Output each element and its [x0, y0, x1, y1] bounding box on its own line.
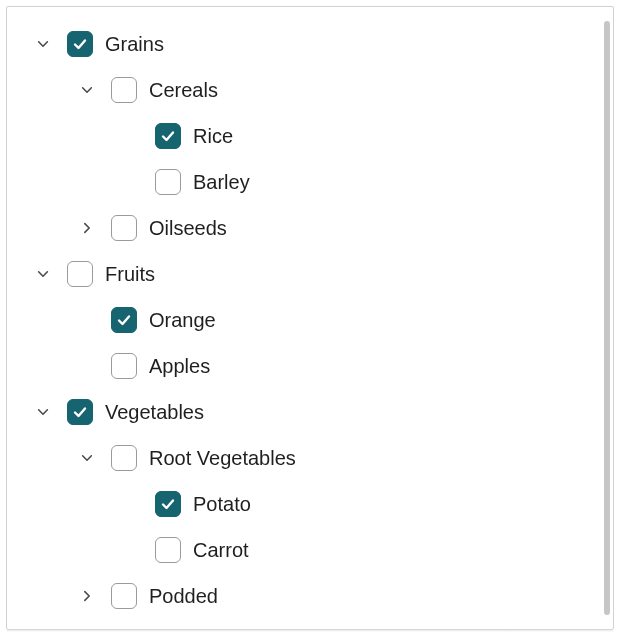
tree-label: Rice — [193, 126, 233, 146]
tree-panel: Grains Cereals — [6, 6, 614, 630]
checkbox-apples[interactable] — [111, 353, 137, 379]
chevron-down-icon[interactable] — [75, 446, 99, 470]
tree-label: Apples — [149, 356, 210, 376]
tree-label: Carrot — [193, 540, 249, 560]
tree-node-carrot[interactable]: Carrot — [95, 527, 599, 573]
tree-node-potato[interactable]: Potato — [95, 481, 599, 527]
tree-node-cereals[interactable]: Cereals — [51, 67, 599, 113]
checkbox-podded[interactable] — [111, 583, 137, 609]
tree-label: Orange — [149, 310, 216, 330]
tree-node-podded[interactable]: Podded — [51, 573, 599, 619]
chevron-right-icon[interactable] — [75, 584, 99, 608]
checkbox-tree: Grains Cereals — [7, 13, 599, 619]
tree-node-fruits[interactable]: Fruits — [7, 251, 599, 297]
checkbox-orange[interactable] — [111, 307, 137, 333]
checkbox-barley[interactable] — [155, 169, 181, 195]
tree-label: Fruits — [105, 264, 155, 284]
tree-label: Podded — [149, 586, 218, 606]
chevron-down-icon[interactable] — [31, 400, 55, 424]
checkbox-rice[interactable] — [155, 123, 181, 149]
checkbox-fruits[interactable] — [67, 261, 93, 287]
tree-node-vegetables[interactable]: Vegetables — [7, 389, 599, 435]
checkbox-root-vegetables[interactable] — [111, 445, 137, 471]
chevron-down-icon[interactable] — [31, 262, 55, 286]
tree-node-root-vegetables[interactable]: Root Vegetables — [51, 435, 599, 481]
tree-label: Root Vegetables — [149, 448, 296, 468]
tree-node-rice[interactable]: Rice — [95, 113, 599, 159]
tree-label: Grains — [105, 34, 164, 54]
checkbox-oilseeds[interactable] — [111, 215, 137, 241]
tree-label: Oilseeds — [149, 218, 227, 238]
chevron-right-icon[interactable] — [75, 216, 99, 240]
tree-label: Vegetables — [105, 402, 204, 422]
tree-label: Barley — [193, 172, 250, 192]
checkbox-vegetables[interactable] — [67, 399, 93, 425]
tree-node-grains[interactable]: Grains — [7, 21, 599, 67]
tree-node-apples[interactable]: Apples — [51, 343, 599, 389]
chevron-down-icon[interactable] — [75, 78, 99, 102]
checkbox-potato[interactable] — [155, 491, 181, 517]
tree-node-oilseeds[interactable]: Oilseeds — [51, 205, 599, 251]
checkbox-cereals[interactable] — [111, 77, 137, 103]
checkbox-carrot[interactable] — [155, 537, 181, 563]
checkbox-grains[interactable] — [67, 31, 93, 57]
tree-node-orange[interactable]: Orange — [51, 297, 599, 343]
tree-label: Potato — [193, 494, 251, 514]
tree-label: Cereals — [149, 80, 218, 100]
tree-node-barley[interactable]: Barley — [95, 159, 599, 205]
tree-viewport: Grains Cereals — [7, 13, 599, 629]
chevron-down-icon[interactable] — [31, 32, 55, 56]
vertical-scrollbar[interactable] — [604, 21, 610, 615]
